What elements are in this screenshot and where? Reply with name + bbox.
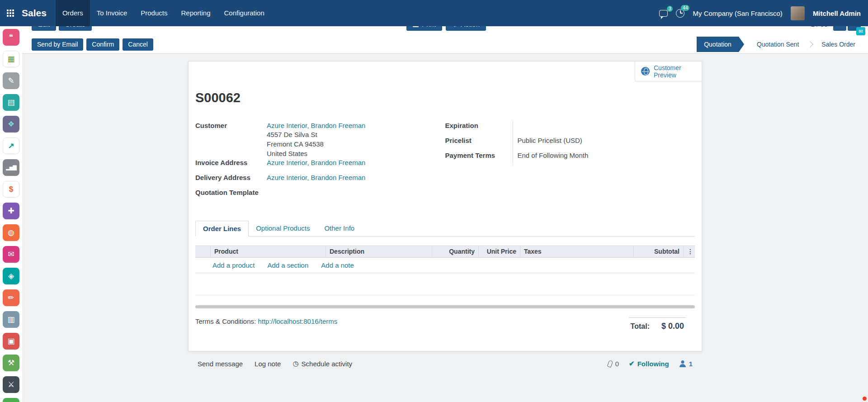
pencil-note-app-icon[interactable]: ✎: [3, 72, 19, 89]
app-glyph: ❝: [9, 33, 13, 42]
company-switcher[interactable]: My Company (San Francisco): [693, 9, 782, 17]
mail-shortcut-icon[interactable]: ✉: [856, 27, 865, 35]
total-label: Total:: [631, 322, 650, 331]
navbar-systray: 3 44 My Company (San Francisco) Mitchell…: [659, 0, 868, 26]
followers-count: 1: [689, 360, 693, 368]
app-glyph: ▂▅▇: [6, 165, 16, 170]
nav-orders[interactable]: Orders: [56, 0, 90, 26]
delivery-address-link[interactable]: Azure Interior, Brandon Freeman: [267, 173, 365, 188]
app-glyph: ✉: [8, 250, 14, 259]
tab-order-lines[interactable]: Order Lines: [195, 221, 249, 236]
attachments-button[interactable]: 0: [608, 360, 619, 368]
envelope-app-icon[interactable]: ✉: [3, 246, 19, 263]
add-a-note-link[interactable]: Add a note: [321, 261, 354, 269]
price-tag-app-icon[interactable]: ◈: [3, 268, 19, 284]
user-avatar[interactable]: [791, 6, 805, 20]
tab-other-info[interactable]: Other Info: [317, 221, 362, 236]
invoice-address-link[interactable]: Azure Interior, Brandon Freeman: [267, 158, 365, 173]
field-column-right: Expiration Pricelist Public Pricelist (U…: [445, 121, 695, 203]
app-menu: OrdersTo InvoiceProductsReportingConfigu…: [56, 0, 271, 26]
partial-app-icon[interactable]: [3, 398, 19, 402]
chatter-tools: 0 ✔ Following 1: [608, 359, 693, 368]
step-quotation-sent[interactable]: Quotation Sent: [750, 37, 806, 52]
top-navbar: Sales OrdersTo InvoiceProductsReportingC…: [0, 0, 868, 26]
invoice-address-label: Invoice Address: [195, 158, 267, 173]
field-pricelist: Pricelist Public Pricelist (USD): [445, 136, 695, 151]
app-glyph: ⚒: [8, 358, 14, 368]
activities-icon[interactable]: 44: [676, 9, 684, 18]
customer-link[interactable]: Azure Interior, Brandon Freeman: [267, 122, 365, 129]
app-glyph: $: [9, 185, 13, 194]
person-icon: [679, 360, 686, 367]
total-box: Total: $ 0.00: [629, 317, 686, 331]
apps-grid-icon[interactable]: [0, 0, 21, 26]
app-brand-title[interactable]: Sales: [22, 8, 47, 19]
terms-total-row: Terms & Conditions: http://localhost:801…: [195, 317, 695, 331]
puzzle-app-icon[interactable]: ✚: [3, 203, 19, 219]
terms-label: Terms & Conditions:: [195, 317, 256, 325]
tools-app-icon[interactable]: ⚔: [3, 376, 19, 393]
chat-bubble-icon: [659, 10, 668, 17]
optional-columns-icon[interactable]: ⋮: [684, 246, 697, 257]
add-a-section-link[interactable]: Add a section: [267, 261, 308, 269]
nav-to-invoice[interactable]: To Invoice: [90, 0, 134, 26]
main-area: Quotations / S00062 Edit Create Print ⚙ …: [22, 0, 868, 368]
customer-value: Azure Interior, Brandon Freeman 4557 De …: [267, 121, 365, 158]
customer-label: Customer: [195, 121, 267, 158]
handshake-app-icon[interactable]: ❖: [3, 116, 19, 132]
id-card-app-icon[interactable]: ▤: [3, 94, 19, 111]
user-name[interactable]: Mitchell Admin: [813, 9, 861, 17]
horizontal-scrollbar[interactable]: [195, 305, 695, 308]
statusbar-buttons: Send by Email Confirm Cancel: [32, 38, 153, 51]
messages-icon[interactable]: 3: [659, 10, 668, 17]
package-box-app-icon[interactable]: ▣: [3, 333, 19, 350]
terms-link[interactable]: http://localhost:8016/terms: [258, 317, 337, 325]
terms-and-conditions: Terms & Conditions: http://localhost:801…: [195, 317, 337, 325]
payment-terms-label: Payment Terms: [445, 151, 513, 166]
bar-chart-app-icon[interactable]: ▂▅▇: [3, 159, 19, 176]
customer-address-street: 4557 De Silva St: [267, 130, 365, 139]
send-by-email-button[interactable]: Send by Email: [32, 38, 83, 51]
dollar-document-app-icon[interactable]: $: [3, 181, 19, 198]
add-a-product-link[interactable]: Add a product: [212, 261, 255, 269]
calendar-app-icon[interactable]: ▦: [3, 51, 19, 67]
clipboard-pencil-app-icon[interactable]: ✏: [3, 289, 19, 306]
customer-preview-button[interactable]: Customer Preview: [635, 61, 702, 81]
field-expiration: Expiration: [445, 121, 695, 136]
app-glyph: ▥: [7, 315, 14, 324]
chatter: Send message Log note ◷ Schedule activit…: [188, 359, 702, 368]
app-glyph: ◈: [8, 271, 14, 281]
followers-button[interactable]: 1: [679, 360, 693, 368]
add-row: Add a product Add a section Add a note: [195, 258, 695, 273]
apps-sidebar: ❝ ▦ ✎ ▤ ❖ ↗ ▂▅▇ $ ✚ ◍: [0, 26, 22, 402]
confirm-button[interactable]: Confirm: [86, 38, 119, 51]
following-button[interactable]: ✔ Following: [629, 359, 669, 368]
app-glyph: ▦: [7, 54, 14, 64]
nav-products[interactable]: Products: [134, 0, 174, 26]
total-value: $ 0.00: [661, 322, 684, 331]
nav-reporting[interactable]: Reporting: [174, 0, 217, 26]
nav-configuration[interactable]: Configuration: [217, 0, 271, 26]
step-quotation[interactable]: Quotation: [697, 37, 739, 52]
log-note-button[interactable]: Log note: [255, 360, 281, 368]
pricelist-label: Pricelist: [445, 136, 513, 151]
wrench-app-icon[interactable]: ⚒: [3, 355, 19, 371]
chat-bubble-app-icon[interactable]: ❝: [3, 29, 19, 46]
line-chart-app-icon[interactable]: ↗: [3, 137, 19, 154]
globe-app-icon[interactable]: ◍: [3, 224, 19, 241]
send-message-button[interactable]: Send message: [198, 360, 243, 368]
cancel-button[interactable]: Cancel: [123, 38, 153, 51]
field-payment-terms: Payment Terms End of Following Month: [445, 151, 695, 166]
cash-register-app-icon[interactable]: ▥: [3, 311, 19, 328]
tab-optional-products[interactable]: Optional Products: [249, 221, 317, 236]
column-handle: [195, 246, 211, 257]
customer-address-country: United States: [267, 149, 365, 158]
chatter-actions: Send message Log note ◷ Schedule activit…: [198, 359, 352, 368]
expiration-value: [513, 121, 518, 136]
app-glyph: ▤: [7, 98, 14, 107]
step-sales-order[interactable]: Sales Order: [814, 37, 868, 52]
schedule-activity-label: Schedule activity: [302, 360, 353, 368]
quotation-template-label: Quotation Template: [195, 188, 267, 203]
schedule-activity-button[interactable]: ◷ Schedule activity: [292, 359, 352, 368]
following-check-icon: ✔: [629, 359, 635, 368]
